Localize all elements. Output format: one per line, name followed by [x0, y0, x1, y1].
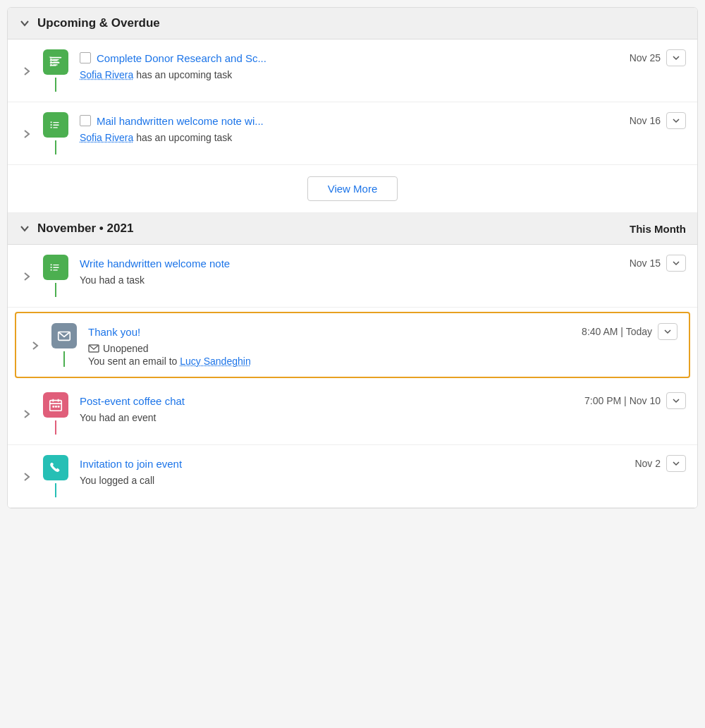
- row-date-donor: Nov 25: [630, 52, 661, 63]
- row-title-area-coffee-chat: Post-event coffee chat: [80, 395, 584, 407]
- row-content-donor: Complete Donor Research and Sc... Nov 25…: [77, 49, 686, 92]
- dropdown-write-note[interactable]: [666, 255, 686, 272]
- icon-column-write-note: [43, 255, 68, 297]
- subtitle-text-mail-note: has an upcoming task: [136, 132, 232, 143]
- event-icon-coffee-chat: [43, 392, 68, 418]
- row-subtitle-coffee-chat: You had an event: [80, 412, 686, 423]
- chevron-upcoming[interactable]: [19, 18, 30, 29]
- row-title-invitation[interactable]: Invitation to join event: [80, 458, 182, 470]
- row-title-write-note[interactable]: Write handwritten welcome note: [80, 257, 230, 269]
- section-header-left-november: November • 2021: [19, 222, 133, 236]
- dropdown-mail-note[interactable]: [666, 112, 686, 129]
- row-content-write-note: Write handwritten welcome note Nov 15 Yo…: [77, 255, 686, 297]
- row-title-donor[interactable]: Complete Donor Research and Sc...: [97, 52, 266, 64]
- timeline-write-note: [55, 283, 56, 297]
- chevron-november[interactable]: [19, 223, 30, 234]
- icon-column-coffee-chat: [43, 392, 68, 435]
- dropdown-invitation[interactable]: [666, 455, 686, 472]
- svg-rect-17: [53, 127, 57, 128]
- activity-row-invitation: Invitation to join event Nov 2 You logge…: [8, 445, 697, 508]
- expand-mail-note[interactable]: [19, 112, 35, 154]
- dropdown-coffee-chat[interactable]: [666, 392, 686, 409]
- row-top-write-note: Write handwritten welcome note Nov 15: [80, 255, 686, 272]
- svg-rect-16: [53, 125, 59, 126]
- timeline-invitation: [55, 483, 56, 497]
- expand-write-note[interactable]: [19, 255, 35, 297]
- svg-rect-30: [52, 406, 54, 408]
- task-icon-write-note: [43, 255, 68, 280]
- sofia-link-2[interactable]: Sofia Rivera: [80, 132, 133, 143]
- subtitle-text-donor: has an upcoming task: [136, 69, 232, 80]
- subtitle-prefix-thank-you: You sent an email to: [88, 356, 180, 367]
- section-header-upcoming[interactable]: Upcoming & Overdue: [8, 8, 697, 40]
- svg-rect-7: [51, 61, 52, 63]
- row-date-write-note: Nov 15: [630, 257, 661, 269]
- row-content-invitation: Invitation to join event Nov 2 You logge…: [77, 455, 686, 497]
- sofia-link-1[interactable]: Sofia Rivera: [80, 69, 133, 80]
- row-subtitle-invitation: You logged a call: [80, 475, 686, 486]
- icon-column-mail-note: [43, 112, 68, 154]
- task-icon-donor: [43, 49, 68, 75]
- activity-row-mail-note: Mail handwritten welcome note wi... Nov …: [8, 102, 697, 165]
- svg-rect-31: [55, 406, 57, 408]
- row-date-invitation: Nov 2: [634, 458, 661, 469]
- section-title-november: November • 2021: [37, 222, 133, 236]
- expand-thank-you[interactable]: [27, 323, 43, 367]
- svg-rect-22: [53, 267, 59, 268]
- expand-donor-research[interactable]: [19, 49, 35, 92]
- row-content-thank-you: Thank you! 8:40 AM | Today Unopened: [85, 323, 678, 367]
- activity-row-donor-research: Complete Donor Research and Sc... Nov 25…: [8, 40, 697, 102]
- icon-column-thank-you: [51, 323, 77, 367]
- svg-rect-26: [50, 401, 62, 411]
- row-subtitle-thank-you: You sent an email to Lucy Sandeghin: [88, 356, 678, 367]
- row-date-coffee-chat: 7:00 PM | Nov 10: [584, 395, 661, 406]
- row-top-mail-note: Mail handwritten welcome note wi... Nov …: [80, 112, 686, 129]
- activity-row-thank-you: Thank you! 8:40 AM | Today Unopened: [15, 312, 690, 378]
- dropdown-donor[interactable]: [666, 49, 686, 66]
- svg-rect-21: [53, 265, 59, 265]
- checkbox-donor[interactable]: [80, 52, 91, 63]
- svg-rect-18: [51, 264, 52, 265]
- row-top-donor: Complete Donor Research and Sc... Nov 25: [80, 49, 686, 66]
- svg-rect-11: [53, 64, 57, 65]
- svg-rect-9: [53, 59, 59, 60]
- expand-coffee-chat[interactable]: [19, 392, 35, 435]
- svg-rect-20: [51, 269, 52, 271]
- checkbox-mail-note[interactable]: [80, 115, 91, 126]
- row-subtitle-write-note: You had a task: [80, 274, 686, 286]
- timeline-donor: [55, 78, 56, 92]
- this-month-label: This Month: [630, 223, 686, 235]
- icon-column-invitation: [43, 455, 68, 497]
- row-content-mail-note: Mail handwritten welcome note wi... Nov …: [77, 112, 686, 154]
- dropdown-thank-you[interactable]: [658, 323, 678, 340]
- svg-rect-12: [51, 121, 52, 123]
- row-title-mail-note[interactable]: Mail handwritten welcome note wi...: [97, 115, 264, 127]
- row-date-thank-you: 8:40 AM | Today: [582, 326, 652, 337]
- row-title-area-donor: Complete Donor Research and Sc...: [80, 52, 630, 64]
- row-subtitle-donor: Sofia Rivera has an upcoming task: [80, 69, 686, 80]
- svg-rect-0: [50, 57, 62, 59]
- row-title-coffee-chat[interactable]: Post-event coffee chat: [80, 395, 185, 407]
- row-title-area-write-note: Write handwritten welcome note: [80, 257, 630, 269]
- svg-rect-19: [51, 267, 52, 268]
- timeline-thank-you: [63, 351, 65, 367]
- row-top-coffee-chat: Post-event coffee chat 7:00 PM | Nov 10: [80, 392, 686, 409]
- svg-rect-14: [51, 127, 52, 128]
- svg-rect-6: [51, 59, 52, 60]
- view-more-button[interactable]: View More: [307, 176, 398, 201]
- expand-invitation[interactable]: [19, 455, 35, 497]
- svg-rect-13: [51, 124, 52, 126]
- row-title-thank-you[interactable]: Thank you!: [88, 326, 140, 338]
- svg-rect-10: [53, 62, 59, 63]
- section-header-november[interactable]: November • 2021 This Month: [8, 213, 697, 245]
- row-title-area-invitation: Invitation to join event: [80, 458, 634, 470]
- svg-rect-8: [51, 64, 52, 66]
- email-status-row: Unopened: [88, 343, 678, 354]
- lucy-link[interactable]: Lucy Sandeghin: [180, 356, 250, 367]
- activity-row-coffee-chat: Post-event coffee chat 7:00 PM | Nov 10 …: [8, 382, 697, 445]
- email-status-text: Unopened: [103, 343, 149, 354]
- timeline-coffee-chat: [55, 420, 56, 435]
- row-top-invitation: Invitation to join event Nov 2: [80, 455, 686, 472]
- svg-rect-15: [53, 122, 59, 123]
- svg-rect-23: [53, 269, 57, 270]
